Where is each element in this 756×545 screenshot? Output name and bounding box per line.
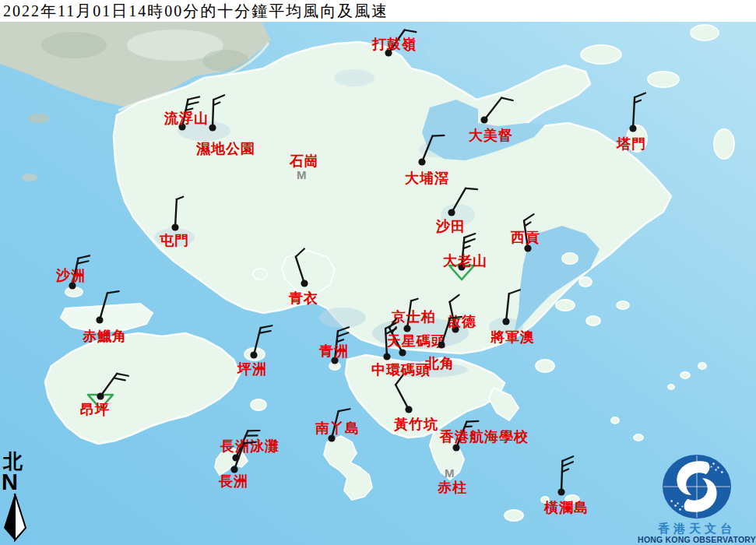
north-arrow-icon (2, 492, 28, 542)
hko-logo: 香港天文台 HONG KONG OBSERVATORY (638, 452, 756, 544)
wind-map-page: 打鼓嶺流浮山濕地公園M石崗大美督大埔滘塔門屯門沙田西貢沙洲大老山青衣赤鱲角京士柏… (0, 0, 756, 545)
hko-name-english: HONG KONG OBSERVATORY (638, 535, 756, 544)
north-compass: 北 N (2, 452, 31, 542)
north-label-letter: N (2, 472, 18, 492)
hko-name-chinese: 香港天文台 (638, 522, 756, 535)
map-title: 2022年11月01日14時00分的十分鐘平均風向及風速 (0, 1, 389, 22)
title-bar: 2022年11月01日14時00分的十分鐘平均風向及風速 (0, 0, 756, 22)
hko-logo-icon (660, 452, 733, 521)
